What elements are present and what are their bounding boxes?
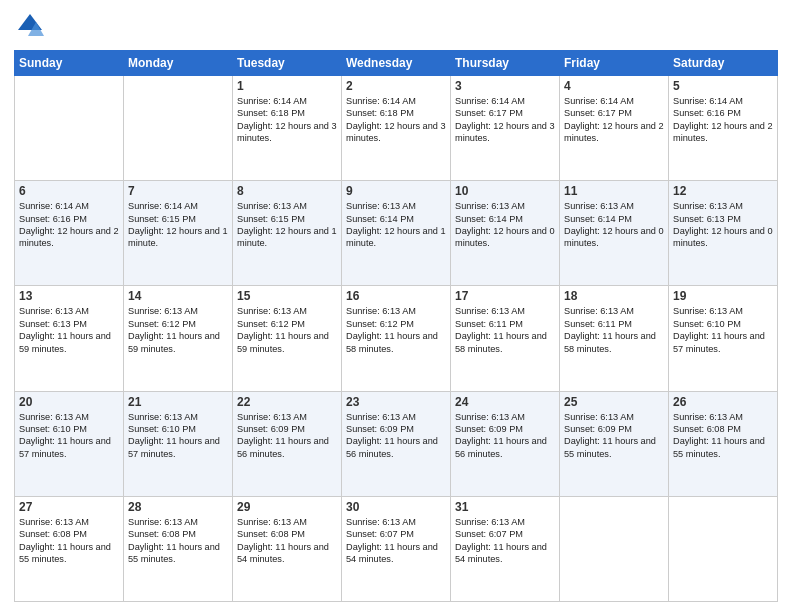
- day-number: 17: [455, 289, 555, 303]
- calendar-cell: 25Sunrise: 6:13 AM Sunset: 6:09 PM Dayli…: [560, 391, 669, 496]
- calendar-cell: 27Sunrise: 6:13 AM Sunset: 6:08 PM Dayli…: [15, 496, 124, 601]
- logo: [14, 10, 50, 42]
- calendar-cell: 26Sunrise: 6:13 AM Sunset: 6:08 PM Dayli…: [669, 391, 778, 496]
- calendar-cell: 30Sunrise: 6:13 AM Sunset: 6:07 PM Dayli…: [342, 496, 451, 601]
- cell-text: Sunrise: 6:13 AM Sunset: 6:14 PM Dayligh…: [564, 200, 664, 250]
- day-number: 10: [455, 184, 555, 198]
- calendar-header: SundayMondayTuesdayWednesdayThursdayFrid…: [15, 51, 778, 76]
- cell-text: Sunrise: 6:14 AM Sunset: 6:18 PM Dayligh…: [346, 95, 446, 145]
- weekday-row: SundayMondayTuesdayWednesdayThursdayFrid…: [15, 51, 778, 76]
- day-number: 30: [346, 500, 446, 514]
- calendar-cell: 1Sunrise: 6:14 AM Sunset: 6:18 PM Daylig…: [233, 76, 342, 181]
- cell-text: Sunrise: 6:13 AM Sunset: 6:12 PM Dayligh…: [128, 305, 228, 355]
- cell-text: Sunrise: 6:13 AM Sunset: 6:09 PM Dayligh…: [455, 411, 555, 461]
- day-number: 23: [346, 395, 446, 409]
- calendar-cell: 2Sunrise: 6:14 AM Sunset: 6:18 PM Daylig…: [342, 76, 451, 181]
- day-number: 15: [237, 289, 337, 303]
- calendar-cell: 13Sunrise: 6:13 AM Sunset: 6:13 PM Dayli…: [15, 286, 124, 391]
- day-number: 20: [19, 395, 119, 409]
- day-number: 12: [673, 184, 773, 198]
- cell-text: Sunrise: 6:13 AM Sunset: 6:07 PM Dayligh…: [455, 516, 555, 566]
- calendar-week-row: 6Sunrise: 6:14 AM Sunset: 6:16 PM Daylig…: [15, 181, 778, 286]
- calendar-cell: 18Sunrise: 6:13 AM Sunset: 6:11 PM Dayli…: [560, 286, 669, 391]
- calendar-cell: 9Sunrise: 6:13 AM Sunset: 6:14 PM Daylig…: [342, 181, 451, 286]
- logo-icon: [14, 10, 46, 42]
- day-number: 8: [237, 184, 337, 198]
- calendar-cell: [669, 496, 778, 601]
- cell-text: Sunrise: 6:13 AM Sunset: 6:08 PM Dayligh…: [19, 516, 119, 566]
- day-number: 21: [128, 395, 228, 409]
- cell-text: Sunrise: 6:13 AM Sunset: 6:09 PM Dayligh…: [237, 411, 337, 461]
- cell-text: Sunrise: 6:13 AM Sunset: 6:07 PM Dayligh…: [346, 516, 446, 566]
- calendar-cell: 4Sunrise: 6:14 AM Sunset: 6:17 PM Daylig…: [560, 76, 669, 181]
- cell-text: Sunrise: 6:14 AM Sunset: 6:17 PM Dayligh…: [455, 95, 555, 145]
- weekday-header: Sunday: [15, 51, 124, 76]
- cell-text: Sunrise: 6:13 AM Sunset: 6:13 PM Dayligh…: [19, 305, 119, 355]
- day-number: 29: [237, 500, 337, 514]
- calendar-cell: 12Sunrise: 6:13 AM Sunset: 6:13 PM Dayli…: [669, 181, 778, 286]
- header: [14, 10, 778, 42]
- day-number: 2: [346, 79, 446, 93]
- day-number: 31: [455, 500, 555, 514]
- day-number: 5: [673, 79, 773, 93]
- day-number: 7: [128, 184, 228, 198]
- calendar-cell: 14Sunrise: 6:13 AM Sunset: 6:12 PM Dayli…: [124, 286, 233, 391]
- calendar-week-row: 13Sunrise: 6:13 AM Sunset: 6:13 PM Dayli…: [15, 286, 778, 391]
- calendar-week-row: 20Sunrise: 6:13 AM Sunset: 6:10 PM Dayli…: [15, 391, 778, 496]
- day-number: 11: [564, 184, 664, 198]
- cell-text: Sunrise: 6:14 AM Sunset: 6:16 PM Dayligh…: [673, 95, 773, 145]
- calendar-cell: 22Sunrise: 6:13 AM Sunset: 6:09 PM Dayli…: [233, 391, 342, 496]
- cell-text: Sunrise: 6:14 AM Sunset: 6:16 PM Dayligh…: [19, 200, 119, 250]
- calendar-cell: 20Sunrise: 6:13 AM Sunset: 6:10 PM Dayli…: [15, 391, 124, 496]
- weekday-header: Tuesday: [233, 51, 342, 76]
- calendar-cell: 7Sunrise: 6:14 AM Sunset: 6:15 PM Daylig…: [124, 181, 233, 286]
- calendar-cell: 16Sunrise: 6:13 AM Sunset: 6:12 PM Dayli…: [342, 286, 451, 391]
- cell-text: Sunrise: 6:13 AM Sunset: 6:12 PM Dayligh…: [237, 305, 337, 355]
- day-number: 24: [455, 395, 555, 409]
- weekday-header: Saturday: [669, 51, 778, 76]
- day-number: 14: [128, 289, 228, 303]
- calendar-week-row: 27Sunrise: 6:13 AM Sunset: 6:08 PM Dayli…: [15, 496, 778, 601]
- cell-text: Sunrise: 6:13 AM Sunset: 6:08 PM Dayligh…: [237, 516, 337, 566]
- cell-text: Sunrise: 6:13 AM Sunset: 6:09 PM Dayligh…: [564, 411, 664, 461]
- calendar-cell: 21Sunrise: 6:13 AM Sunset: 6:10 PM Dayli…: [124, 391, 233, 496]
- calendar-cell: 17Sunrise: 6:13 AM Sunset: 6:11 PM Dayli…: [451, 286, 560, 391]
- calendar-cell: 28Sunrise: 6:13 AM Sunset: 6:08 PM Dayli…: [124, 496, 233, 601]
- calendar-cell: 11Sunrise: 6:13 AM Sunset: 6:14 PM Dayli…: [560, 181, 669, 286]
- cell-text: Sunrise: 6:13 AM Sunset: 6:11 PM Dayligh…: [564, 305, 664, 355]
- cell-text: Sunrise: 6:13 AM Sunset: 6:14 PM Dayligh…: [346, 200, 446, 250]
- calendar-cell: 23Sunrise: 6:13 AM Sunset: 6:09 PM Dayli…: [342, 391, 451, 496]
- weekday-header: Wednesday: [342, 51, 451, 76]
- weekday-header: Monday: [124, 51, 233, 76]
- cell-text: Sunrise: 6:13 AM Sunset: 6:13 PM Dayligh…: [673, 200, 773, 250]
- day-number: 1: [237, 79, 337, 93]
- day-number: 26: [673, 395, 773, 409]
- day-number: 22: [237, 395, 337, 409]
- calendar-cell: 8Sunrise: 6:13 AM Sunset: 6:15 PM Daylig…: [233, 181, 342, 286]
- calendar-body: 1Sunrise: 6:14 AM Sunset: 6:18 PM Daylig…: [15, 76, 778, 602]
- calendar-cell: [15, 76, 124, 181]
- day-number: 13: [19, 289, 119, 303]
- weekday-header: Thursday: [451, 51, 560, 76]
- calendar-cell: 5Sunrise: 6:14 AM Sunset: 6:16 PM Daylig…: [669, 76, 778, 181]
- page: SundayMondayTuesdayWednesdayThursdayFrid…: [0, 0, 792, 612]
- calendar-cell: 15Sunrise: 6:13 AM Sunset: 6:12 PM Dayli…: [233, 286, 342, 391]
- cell-text: Sunrise: 6:13 AM Sunset: 6:08 PM Dayligh…: [128, 516, 228, 566]
- day-number: 25: [564, 395, 664, 409]
- calendar-week-row: 1Sunrise: 6:14 AM Sunset: 6:18 PM Daylig…: [15, 76, 778, 181]
- day-number: 4: [564, 79, 664, 93]
- day-number: 19: [673, 289, 773, 303]
- calendar-cell: [560, 496, 669, 601]
- day-number: 3: [455, 79, 555, 93]
- calendar-cell: 19Sunrise: 6:13 AM Sunset: 6:10 PM Dayli…: [669, 286, 778, 391]
- cell-text: Sunrise: 6:13 AM Sunset: 6:11 PM Dayligh…: [455, 305, 555, 355]
- cell-text: Sunrise: 6:13 AM Sunset: 6:10 PM Dayligh…: [673, 305, 773, 355]
- cell-text: Sunrise: 6:14 AM Sunset: 6:15 PM Dayligh…: [128, 200, 228, 250]
- day-number: 6: [19, 184, 119, 198]
- cell-text: Sunrise: 6:13 AM Sunset: 6:12 PM Dayligh…: [346, 305, 446, 355]
- calendar-cell: 6Sunrise: 6:14 AM Sunset: 6:16 PM Daylig…: [15, 181, 124, 286]
- cell-text: Sunrise: 6:13 AM Sunset: 6:10 PM Dayligh…: [128, 411, 228, 461]
- cell-text: Sunrise: 6:13 AM Sunset: 6:09 PM Dayligh…: [346, 411, 446, 461]
- calendar-cell: 24Sunrise: 6:13 AM Sunset: 6:09 PM Dayli…: [451, 391, 560, 496]
- cell-text: Sunrise: 6:13 AM Sunset: 6:14 PM Dayligh…: [455, 200, 555, 250]
